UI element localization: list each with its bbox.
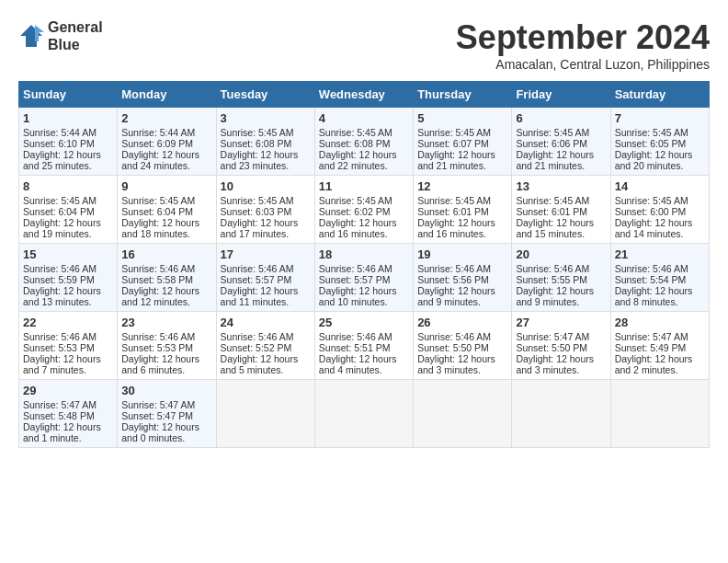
day-info: Daylight: 12 hours bbox=[121, 353, 211, 364]
column-header-saturday: Saturday bbox=[610, 82, 709, 108]
day-info: Sunrise: 5:47 AM bbox=[516, 331, 606, 342]
day-cell: 23Sunrise: 5:46 AMSunset: 5:53 PMDayligh… bbox=[118, 312, 216, 380]
day-info: Sunrise: 5:46 AM bbox=[221, 263, 311, 274]
day-info: Daylight: 12 hours bbox=[221, 149, 311, 160]
day-number: 13 bbox=[516, 179, 606, 193]
day-number: 27 bbox=[516, 316, 606, 329]
day-info: Sunrise: 5:44 AM bbox=[121, 127, 211, 138]
day-cell: 7Sunrise: 5:45 AMSunset: 6:05 PMDaylight… bbox=[610, 108, 709, 176]
day-info: Sunset: 6:02 PM bbox=[319, 206, 409, 217]
day-info: Daylight: 12 hours bbox=[23, 353, 113, 364]
day-cell: 26Sunrise: 5:46 AMSunset: 5:50 PMDayligh… bbox=[414, 312, 512, 380]
day-info: Sunset: 6:03 PM bbox=[221, 206, 311, 217]
day-info: Sunset: 6:05 PM bbox=[615, 138, 705, 149]
day-info: Daylight: 12 hours bbox=[221, 285, 311, 296]
day-cell: 22Sunrise: 5:46 AMSunset: 5:53 PMDayligh… bbox=[19, 312, 118, 380]
day-info: Sunset: 6:04 PM bbox=[23, 206, 113, 217]
day-info: Daylight: 12 hours bbox=[417, 149, 507, 160]
day-cell: 12Sunrise: 5:45 AMSunset: 6:01 PMDayligh… bbox=[414, 176, 512, 244]
day-number: 20 bbox=[516, 247, 606, 261]
day-info: and 10 minutes. bbox=[319, 296, 409, 307]
day-info: Sunrise: 5:45 AM bbox=[516, 195, 606, 206]
day-cell: 4Sunrise: 5:45 AMSunset: 6:08 PMDaylight… bbox=[314, 108, 413, 176]
day-info: and 21 minutes. bbox=[417, 160, 507, 171]
day-cell: 27Sunrise: 5:47 AMSunset: 5:50 PMDayligh… bbox=[512, 312, 610, 380]
day-cell: 3Sunrise: 5:45 AMSunset: 6:08 PMDaylight… bbox=[216, 108, 314, 176]
day-info: and 22 minutes. bbox=[319, 160, 409, 171]
day-cell: 8Sunrise: 5:45 AMSunset: 6:04 PMDaylight… bbox=[19, 176, 118, 244]
day-info: and 19 minutes. bbox=[23, 228, 113, 239]
day-info: and 14 minutes. bbox=[615, 228, 705, 239]
day-info: Sunrise: 5:45 AM bbox=[615, 127, 705, 138]
day-info: Daylight: 12 hours bbox=[23, 149, 113, 160]
day-info: Sunset: 6:08 PM bbox=[221, 138, 311, 149]
week-row-2: 8Sunrise: 5:45 AMSunset: 6:04 PMDaylight… bbox=[19, 176, 710, 244]
day-number: 3 bbox=[221, 111, 311, 125]
day-info: Daylight: 12 hours bbox=[615, 149, 705, 160]
column-header-tuesday: Tuesday bbox=[216, 82, 314, 108]
day-number: 10 bbox=[221, 179, 311, 193]
calendar-table: SundayMondayTuesdayWednesdayThursdayFrid… bbox=[18, 81, 710, 448]
week-row-1: 1Sunrise: 5:44 AMSunset: 6:10 PMDaylight… bbox=[19, 108, 710, 176]
day-info: Sunrise: 5:46 AM bbox=[615, 263, 705, 274]
day-info: Sunrise: 5:46 AM bbox=[121, 263, 211, 274]
day-info: Daylight: 12 hours bbox=[516, 149, 606, 160]
day-cell: 9Sunrise: 5:45 AMSunset: 6:04 PMDaylight… bbox=[118, 176, 216, 244]
day-info: Sunset: 5:48 PM bbox=[23, 410, 113, 421]
day-number: 18 bbox=[319, 247, 409, 261]
day-info: Daylight: 12 hours bbox=[221, 217, 311, 228]
day-info: Daylight: 12 hours bbox=[417, 285, 507, 296]
day-info: Daylight: 12 hours bbox=[319, 353, 409, 364]
page-header: General Blue September 2024 Amacalan, Ce… bbox=[18, 18, 710, 72]
day-info: Daylight: 12 hours bbox=[417, 353, 507, 364]
day-cell: 21Sunrise: 5:46 AMSunset: 5:54 PMDayligh… bbox=[610, 244, 709, 312]
day-info: Sunset: 5:50 PM bbox=[417, 342, 507, 353]
day-cell: 25Sunrise: 5:46 AMSunset: 5:51 PMDayligh… bbox=[314, 312, 413, 380]
day-info: Sunset: 6:10 PM bbox=[23, 138, 113, 149]
day-number: 14 bbox=[615, 179, 705, 193]
day-cell bbox=[610, 380, 709, 448]
day-info: Daylight: 12 hours bbox=[516, 217, 606, 228]
day-cell: 1Sunrise: 5:44 AMSunset: 6:10 PMDaylight… bbox=[19, 108, 118, 176]
day-cell bbox=[216, 380, 314, 448]
day-number: 21 bbox=[615, 247, 705, 261]
day-info: Sunrise: 5:45 AM bbox=[516, 127, 606, 138]
day-number: 30 bbox=[121, 384, 211, 397]
day-info: Sunrise: 5:46 AM bbox=[221, 331, 311, 342]
day-info: Sunrise: 5:46 AM bbox=[417, 331, 507, 342]
day-cell: 13Sunrise: 5:45 AMSunset: 6:01 PMDayligh… bbox=[512, 176, 610, 244]
day-info: Sunrise: 5:46 AM bbox=[121, 331, 211, 342]
day-info: and 9 minutes. bbox=[516, 296, 606, 307]
day-cell bbox=[512, 380, 610, 448]
day-cell: 5Sunrise: 5:45 AMSunset: 6:07 PMDaylight… bbox=[414, 108, 512, 176]
day-cell: 28Sunrise: 5:47 AMSunset: 5:49 PMDayligh… bbox=[610, 312, 709, 380]
day-info: Sunrise: 5:46 AM bbox=[319, 263, 409, 274]
day-info: and 3 minutes. bbox=[417, 364, 507, 375]
title-block: September 2024 Amacalan, Central Luzon, … bbox=[456, 18, 710, 72]
day-info: and 12 minutes. bbox=[121, 296, 211, 307]
day-info: and 0 minutes. bbox=[121, 432, 211, 443]
day-number: 6 bbox=[516, 111, 606, 125]
day-info: Sunrise: 5:46 AM bbox=[417, 263, 507, 274]
day-cell: 16Sunrise: 5:46 AMSunset: 5:58 PMDayligh… bbox=[118, 244, 216, 312]
day-info: Sunrise: 5:46 AM bbox=[23, 263, 113, 274]
day-info: and 13 minutes. bbox=[23, 296, 113, 307]
day-cell: 18Sunrise: 5:46 AMSunset: 5:57 PMDayligh… bbox=[314, 244, 413, 312]
day-info: and 8 minutes. bbox=[615, 296, 705, 307]
day-number: 15 bbox=[23, 247, 113, 261]
day-info: Sunset: 6:01 PM bbox=[516, 206, 606, 217]
day-cell: 11Sunrise: 5:45 AMSunset: 6:02 PMDayligh… bbox=[314, 176, 413, 244]
logo: General Blue bbox=[18, 18, 103, 53]
day-info: Sunset: 5:56 PM bbox=[417, 274, 507, 285]
day-info: Sunset: 5:52 PM bbox=[221, 342, 311, 353]
day-info: and 3 minutes. bbox=[516, 364, 606, 375]
day-info: Sunset: 5:51 PM bbox=[319, 342, 409, 353]
day-info: Sunset: 5:54 PM bbox=[615, 274, 705, 285]
day-info: Sunrise: 5:45 AM bbox=[417, 127, 507, 138]
day-info: Sunrise: 5:45 AM bbox=[221, 195, 311, 206]
day-cell: 14Sunrise: 5:45 AMSunset: 6:00 PMDayligh… bbox=[610, 176, 709, 244]
day-info: Sunset: 5:57 PM bbox=[221, 274, 311, 285]
day-info: Sunrise: 5:45 AM bbox=[221, 127, 311, 138]
day-info: and 25 minutes. bbox=[23, 160, 113, 171]
day-number: 4 bbox=[319, 111, 409, 125]
